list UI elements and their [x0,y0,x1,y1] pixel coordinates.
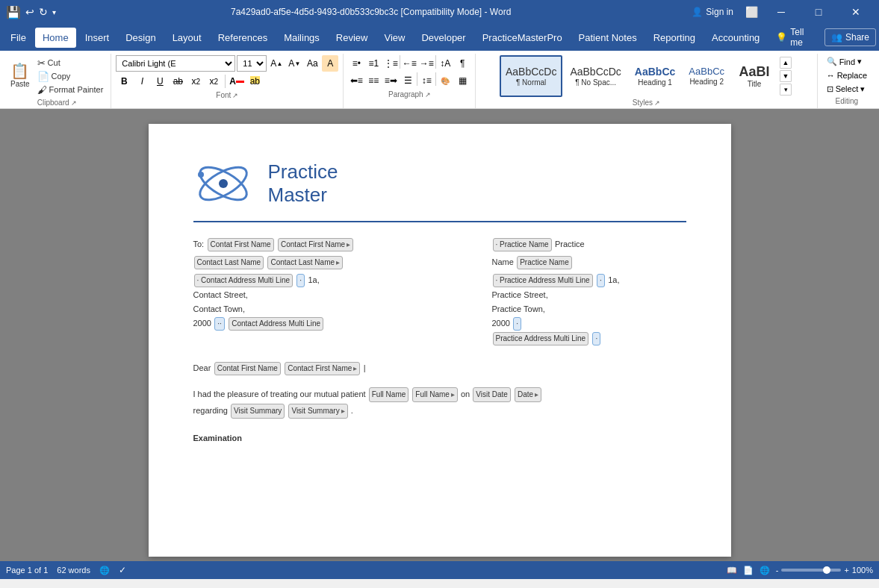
maximize-button[interactable]: □ [801,0,836,24]
minimize-button[interactable]: ─ [764,0,798,24]
style-title[interactable]: AaBI Title [732,55,777,97]
contact-last-name-val-tag[interactable]: Contact Last Name▸ [267,256,343,269]
dear-first-name-val-tag[interactable]: Contact First Name▸ [285,362,360,375]
decrease-indent-button[interactable]: ←≡ [401,55,417,72]
format-painter-button[interactable]: 🖌 Format Painter [34,84,107,96]
contact-last-name-tag[interactable]: Contact Last Name [194,256,264,269]
cut-button[interactable]: ✂ Cut [34,57,107,69]
full-name-label-tag[interactable]: Full Name [369,387,409,402]
ribbon-toggle-icon[interactable]: ⬜ [745,6,758,18]
language-icon[interactable]: 🌐 [99,566,110,575]
bullets-button[interactable]: ≡• [348,55,364,72]
share-button[interactable]: 👥 Share [824,28,876,46]
paragraph-expand-icon[interactable]: ↗ [425,91,431,98]
document-page[interactable]: Practice Master To: Contat First Name Co… [149,124,731,557]
menu-patient-notes[interactable]: Patient Notes [571,28,645,48]
menu-view[interactable]: View [376,28,412,48]
menu-reporting[interactable]: Reporting [646,28,703,48]
highlight-color-button[interactable]: ab [246,73,263,90]
menu-insert[interactable]: Insert [78,28,117,48]
find-button[interactable]: 🔍 Find ▾ [822,55,872,68]
practice-postcode-tag[interactable]: · [513,317,521,331]
style-scroll-up[interactable]: ▲ [780,57,792,69]
practice-name-label-tag[interactable]: · Practice Name [493,238,552,251]
align-center-button[interactable]: ≡≡ [365,72,382,89]
practice-address-end-dot[interactable]: · [592,332,600,345]
word-save-icon[interactable]: 💾 [6,5,21,19]
styles-expand-icon[interactable]: ↗ [654,99,660,107]
practice-address-multiline-end-tag[interactable]: Practice Address Multi Line [493,332,589,345]
font-family-select[interactable]: Calibri Light (E [116,55,235,72]
menu-review[interactable]: Review [329,28,376,48]
visit-date-val-tag[interactable]: Date▸ [515,387,541,402]
multilevel-list-button[interactable]: ⋮≡ [382,55,399,72]
sort-button[interactable]: ↕A [437,55,453,72]
style-expand[interactable]: ▾ [780,84,792,96]
menu-accounting[interactable]: Accounting [704,28,767,48]
zoom-in-button[interactable]: + [844,566,848,575]
contact-first-name-val-tag[interactable]: Contact First Name▸ [278,238,353,251]
align-left-button[interactable]: ⬅≡ [348,72,364,89]
menu-references[interactable]: References [211,28,275,48]
contact-first-name-tag[interactable]: Contat First Name [208,238,274,251]
borders-button[interactable]: ▦ [454,72,470,89]
tell-me-box[interactable]: 💡 Tell me [770,24,823,51]
font-expand-icon[interactable]: ↗ [232,92,238,99]
contact-postcode-tag[interactable]: ·· [214,317,225,331]
practice-name-val-tag[interactable]: Practice Name [517,256,572,269]
full-name-val-tag[interactable]: Full Name▸ [412,387,458,402]
font-grow-button[interactable]: A▲ [268,55,285,72]
increase-indent-button[interactable]: →≡ [418,55,435,72]
clear-format-button[interactable]: A [322,55,338,72]
redo-icon[interactable]: ↻ [39,6,48,18]
zoom-thumb[interactable] [823,566,830,574]
zoom-slider[interactable] [781,569,841,572]
style-heading2[interactable]: AaBbCc Heading 2 [683,55,730,97]
style-no-spacing[interactable]: AaBbCcDc ¶ No Spac... [564,55,627,97]
read-mode-icon[interactable]: 📖 [727,566,737,575]
dear-first-name-tag[interactable]: Contat First Name [214,362,281,375]
close-button[interactable]: ✕ [839,0,873,24]
contact-address-expand[interactable]: · [296,274,305,287]
menu-design[interactable]: Design [118,28,163,48]
subscript-button[interactable]: x2 [187,73,204,90]
style-heading1[interactable]: AaBbCc Heading 1 [629,55,681,97]
paste-button[interactable]: 📋 Paste [7,55,33,97]
visit-date-label-tag[interactable]: Visit Date [473,387,511,402]
change-case-button[interactable]: Aa [304,55,320,72]
align-right-button[interactable]: ≡➡ [382,72,399,89]
undo-icon[interactable]: ↩ [25,6,34,18]
italic-button[interactable]: I [134,73,150,90]
menu-mailings[interactable]: Mailings [276,28,327,48]
numbering-button[interactable]: ≡1 [365,55,382,72]
strikethrough-button[interactable]: ab [170,73,186,90]
sign-in-button[interactable]: 👤 Sign in [686,4,739,20]
show-formatting-button[interactable]: ¶ [454,55,470,72]
clipboard-expand-icon[interactable]: ↗ [71,99,77,107]
contact-address-multiline-end-tag[interactable]: Contact Address Multi Line [229,317,323,331]
web-layout-icon[interactable]: 🌐 [760,566,770,575]
contact-address-tag[interactable]: · Contact Address Multi Line [194,274,293,287]
text-color-button[interactable]: A [229,73,245,90]
menu-layout[interactable]: Layout [165,28,209,48]
font-shrink-button[interactable]: A▼ [286,55,302,72]
print-layout-icon[interactable]: 📄 [743,566,754,575]
menu-developer[interactable]: Developer [414,28,473,48]
track-changes-icon[interactable]: ✓ [119,565,126,575]
style-normal[interactable]: AaBbCcDc ¶ Normal [500,55,562,97]
justify-button[interactable]: ☰ [400,72,416,89]
line-spacing-button[interactable]: ↕≡ [418,72,435,89]
visit-summary-val-tag[interactable]: Visit Summary▸ [288,404,347,419]
visit-summary-label-tag[interactable]: Visit Summary [231,404,285,419]
practice-address-tag[interactable]: · Practice Address Multi Line [493,274,593,287]
practice-address-expand[interactable]: · [597,274,605,287]
font-size-select[interactable]: 11 [237,55,267,72]
menu-practicemasterpro[interactable]: PracticeMasterPro [475,28,570,48]
menu-file[interactable]: File [3,28,34,48]
underline-button[interactable]: U [152,73,168,90]
copy-button[interactable]: 📄 Copy [34,70,107,83]
zoom-out-button[interactable]: - [776,566,779,575]
superscript-button[interactable]: x2 [205,73,222,90]
menu-home[interactable]: Home [35,28,76,48]
style-scroll-down[interactable]: ▼ [780,70,792,82]
